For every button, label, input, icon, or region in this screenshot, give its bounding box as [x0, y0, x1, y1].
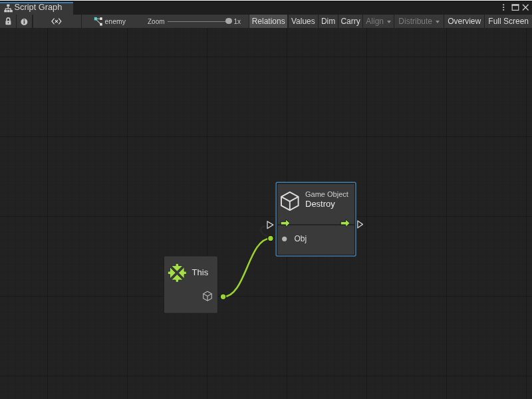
svg-text:Game Object: Game Object	[305, 190, 348, 198]
svg-text:Destroy: Destroy	[305, 199, 335, 209]
svg-text:This: This	[192, 267, 209, 277]
svg-text:Obj: Obj	[295, 234, 307, 243]
